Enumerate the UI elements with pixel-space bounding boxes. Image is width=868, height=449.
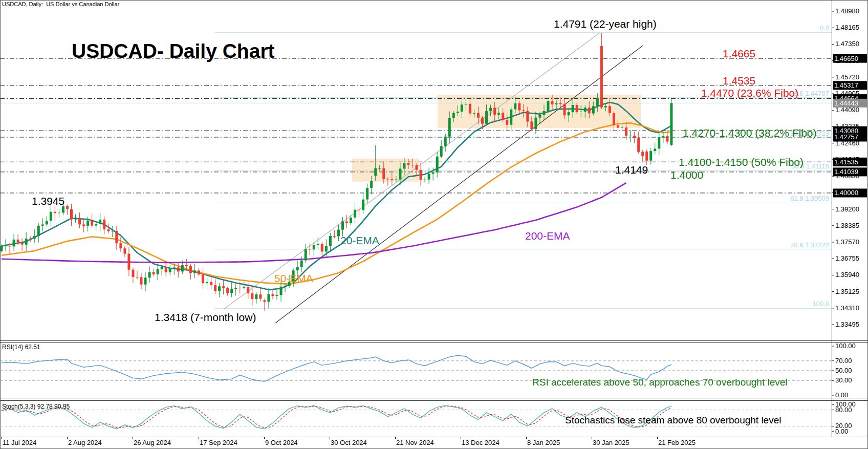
candle-body [259,294,262,298]
candle-body [637,138,640,152]
price-badge-label: 1.45317 [834,81,858,89]
candle-body [78,218,81,225]
rsi-tick-label: 50.00 [835,367,852,374]
candle-body [354,210,356,218]
ema-label: 50-EMA [274,273,313,284]
candle-body [280,287,283,295]
candle-body [448,118,451,137]
candle-body [132,270,134,277]
ema-label: 20-EMA [340,235,379,246]
candle-body [29,239,32,239]
candle-body [411,165,414,165]
candle-body [350,218,352,223]
candle-body [481,118,484,124]
candle-body [645,152,648,161]
candle-body [206,282,208,284]
candle-body [530,121,533,129]
candle-body [436,157,439,173]
candle-body [576,105,578,112]
candle-body [296,267,299,270]
price-annotation: 1.3945 [32,196,64,207]
candle-body [17,240,19,243]
candle-body [366,188,368,200]
candle-body [309,249,311,249]
price-badge-label: 1.46650 [834,55,858,62]
candle-body [165,267,167,272]
rsi-annotation: RSI accelerates above 50, approaches 70 … [532,377,788,388]
date-label: 9 Oct 2024 [265,439,298,446]
candle-body [542,111,545,115]
price-tick-label: 1.45720 [835,73,859,81]
candle-body [329,236,332,246]
candle-body [617,125,619,127]
candle-body [263,300,266,302]
candle-body [21,242,24,244]
candle-body [305,249,307,260]
price-tick-label: 1.35940 [835,271,859,279]
candle-body [461,104,463,112]
candle-body [46,221,48,224]
candle-body [284,286,287,287]
candle-body [666,136,668,141]
candle-body [522,110,525,111]
candle-body [386,179,389,179]
candle-body [1,246,3,251]
rsi-tick-label: 70.00 [835,357,852,365]
candle-body [641,152,644,156]
candle-body [62,206,64,213]
candle-body [502,113,504,120]
price-annotation: 1.4791 (22-year high) [554,18,657,30]
candle-body [317,244,319,245]
candle-body [300,261,303,267]
candle-body [234,288,237,289]
candle-body [226,288,229,293]
candle-body [547,101,549,111]
candle-body [123,248,126,253]
stoch-tick-label: 0.00 [835,427,848,435]
candle-body [395,180,397,180]
candle-body [428,174,430,180]
candle-body [588,108,591,113]
candle-body [267,294,270,302]
level-label: 1.4270-1.4300 (38.2% Fibo) [683,127,817,139]
candle-body [255,294,257,299]
candle-body [625,127,627,136]
candle-body [493,108,496,115]
candle-body [534,118,537,129]
candle-body [111,231,114,231]
candle-body [609,106,611,113]
date-label: 21 Nov 2024 [396,439,434,446]
candle-body [362,200,364,210]
candle-body [271,294,274,296]
symbol-header: USDCAD, Daily: US Dollar vs Canadian Dol… [2,2,119,8]
candle-body [526,111,529,121]
chart-window: 0.023.6 1.4470738.2 1.4272350.0 1.411156… [0,0,868,449]
candle-body [465,104,467,104]
date-label: 21 Feb 2025 [658,439,696,446]
candle-body [424,180,426,180]
candle-body [518,103,520,111]
trendline [275,46,643,323]
price-tick-label: 1.39200 [835,205,859,213]
candle-body [243,287,245,288]
candle-body [173,267,176,268]
candle-body [50,212,52,221]
candle-body [218,286,221,291]
candle-body [54,212,56,213]
candle-body [214,285,216,291]
candle-body [568,112,570,115]
fib-label: 0.0 [820,24,829,32]
candle-body [559,103,562,104]
ema-line [2,123,671,284]
candle-body [140,277,143,284]
candle-body [313,245,315,250]
candle-body [584,108,587,112]
candle-body [25,239,28,245]
price-badge-label: 1.40000 [834,189,858,197]
date-label: 13 Dec 2024 [462,439,500,446]
candle-body [251,293,253,299]
fib-label: 61.8 1.39509 [790,195,829,202]
candle-body [13,240,15,247]
candle-body [161,267,163,269]
price-annotation: 1.4149 [615,164,648,176]
